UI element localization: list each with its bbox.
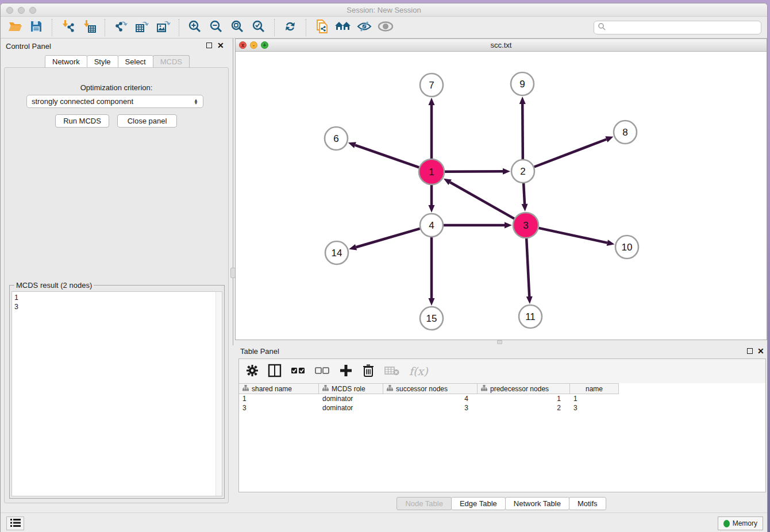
edge-arrowhead <box>519 97 526 104</box>
import-network-button[interactable] <box>59 19 76 36</box>
graph-node-label: 6 <box>333 133 338 144</box>
graph-node-label: 8 <box>622 127 627 138</box>
mcds-result-groupbox: MCDS result (2 nodes) 13 <box>9 285 225 499</box>
import-table-button[interactable] <box>80 19 98 36</box>
show-all-networks-button[interactable] <box>334 19 352 36</box>
network-graph[interactable]: 7968124314101511 <box>236 52 767 340</box>
graph-node-label: 14 <box>332 248 342 259</box>
table-toolbar: f(x) <box>239 359 765 383</box>
edge-3-11[interactable] <box>526 238 529 296</box>
memory-button[interactable]: Memory <box>718 516 763 530</box>
column-label: MCDS role <box>332 385 365 393</box>
table-cell[interactable]: 2 <box>478 404 570 413</box>
tab-style[interactable]: Style <box>87 55 118 68</box>
tab-node-table[interactable]: Node Table <box>396 497 452 510</box>
panel-menu-button[interactable] <box>6 516 24 530</box>
mcds-result-list[interactable]: 13 <box>11 291 222 496</box>
refresh-button[interactable] <box>282 19 299 36</box>
table-header-row: shared nameMCDS rolesuccessor nodesprede… <box>239 383 619 394</box>
close-panel-icon[interactable]: ✕ <box>217 41 224 50</box>
graph-node-label: 7 <box>429 80 434 91</box>
refresh-icon <box>283 19 298 36</box>
table-cell[interactable]: dominator <box>319 404 383 413</box>
window-titlebar: Session: New Session <box>1 3 767 17</box>
edge-arrowhead <box>429 98 435 105</box>
column-label: name <box>586 385 603 393</box>
criterion-select[interactable]: strongly connected component ▲▼ <box>26 95 203 108</box>
run-mcds-button[interactable]: Run MCDS <box>55 114 109 128</box>
column-header-shared-name[interactable]: shared name <box>239 384 319 394</box>
show-columns-icon[interactable] <box>268 364 282 379</box>
tab-select[interactable]: Select <box>118 55 153 68</box>
eye-icon <box>377 19 394 36</box>
network-canvas[interactable]: 7968124314101511 <box>236 52 767 340</box>
search-input[interactable] <box>608 23 757 32</box>
zoom-out-button[interactable] <box>207 19 225 36</box>
table-cell[interactable]: 3 <box>239 404 319 413</box>
table-cell[interactable]: 1 <box>478 395 570 404</box>
edge-1-6[interactable] <box>355 145 419 168</box>
deselect-all-rows-icon[interactable] <box>315 364 330 379</box>
close-table-panel-icon[interactable]: ✕ <box>757 346 764 356</box>
select-stepper-icon: ▲▼ <box>194 99 198 105</box>
table-row[interactable]: 1dominator411 <box>239 395 765 404</box>
column-header-name[interactable]: name <box>570 384 619 394</box>
export-table-button[interactable] <box>133 19 151 36</box>
result-line: 3 <box>14 302 220 311</box>
edge-2-3[interactable] <box>523 183 525 204</box>
edge-arrowhead <box>526 296 533 304</box>
column-header-successor-nodes[interactable]: successor nodes <box>383 384 478 394</box>
table-cell[interactable]: 3 <box>383 404 478 413</box>
table-cell[interactable]: 1 <box>570 395 619 404</box>
table-panel-title: Table Panel <box>240 347 279 356</box>
open-session-button[interactable] <box>6 19 24 36</box>
export-image-button[interactable] <box>155 19 172 36</box>
zoom-in-button[interactable] <box>186 19 203 36</box>
edge-arrowhead <box>348 142 356 148</box>
tab-network[interactable]: Network <box>45 55 87 68</box>
tab-motifs[interactable]: Motifs <box>569 497 606 510</box>
table-cell[interactable]: dominator <box>319 395 383 404</box>
column-namespace-icon <box>242 385 249 393</box>
result-scrollbar[interactable] <box>215 292 222 496</box>
tab-mcds[interactable]: MCDS <box>153 55 190 68</box>
column-header-MCDS-role[interactable]: MCDS role <box>319 384 383 394</box>
import-table-icon <box>82 19 97 36</box>
select-all-rows-icon[interactable] <box>291 364 306 379</box>
tab-edge-table[interactable]: Edge Table <box>451 497 506 510</box>
edge-3-1[interactable] <box>450 182 514 218</box>
zoom-selected-button[interactable] <box>250 19 267 36</box>
column-namespace-icon <box>322 385 329 393</box>
fit-content-button[interactable] <box>229 19 246 36</box>
column-header-predecessor-nodes[interactable]: predecessor nodes <box>478 384 570 394</box>
network-frame: x - + scc.txt 7968124314101511 <box>235 38 767 340</box>
delete-columns-icon[interactable] <box>362 364 375 379</box>
float-panel-icon[interactable] <box>206 43 212 48</box>
close-panel-button[interactable]: Close panel <box>117 114 177 128</box>
table-row[interactable]: 3dominator323 <box>239 404 765 413</box>
export-image-icon <box>156 19 171 36</box>
birds-eye-view-button[interactable] <box>377 19 394 36</box>
table-cell[interactable]: 4 <box>383 395 478 404</box>
zoom-in-icon <box>187 19 202 36</box>
export-network-button[interactable] <box>112 19 129 36</box>
toolbar-separator <box>179 19 179 36</box>
duplicate-network-button[interactable] <box>313 19 330 36</box>
table-cell[interactable]: 3 <box>570 404 619 413</box>
control-panel-body: Optimization criterion: strongly connect… <box>4 67 229 503</box>
edge-3-10[interactable] <box>538 228 607 243</box>
save-session-button[interactable] <box>28 19 45 36</box>
hide-graphics-details-button[interactable] <box>356 19 373 36</box>
panel-splitter[interactable] <box>233 38 233 345</box>
table-mode-gear-icon[interactable] <box>246 364 259 379</box>
edge-2-8[interactable] <box>534 139 607 167</box>
create-column-icon[interactable] <box>339 364 353 379</box>
float-table-panel-icon[interactable] <box>747 348 753 354</box>
edge-2-9[interactable] <box>522 104 523 159</box>
tab-network-table[interactable]: Network Table <box>505 497 569 510</box>
edge-1-2[interactable] <box>445 171 503 172</box>
edge-4-14[interactable] <box>356 229 420 247</box>
table-cell[interactable]: 1 <box>239 395 319 404</box>
fit-content-icon <box>230 19 245 36</box>
control-panel-tabs: NetworkStyleSelectMCDS <box>45 55 190 68</box>
